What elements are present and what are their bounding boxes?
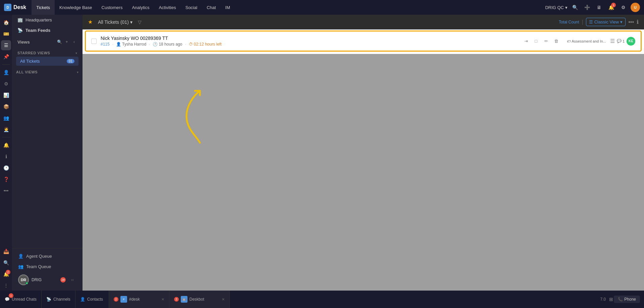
monitor-button[interactable]: 🖥 <box>594 3 604 12</box>
more-strip-icon[interactable]: ••• <box>1 186 11 196</box>
history-icon[interactable]: 🕐 <box>1 163 11 173</box>
bottom-tab-contacts[interactable]: 👤 Contacts <box>75 291 109 308</box>
settings-strip-icon[interactable]: ⚙ <box>1 79 11 89</box>
collapse-views-button[interactable]: ‹ <box>71 39 77 45</box>
contacts-icon[interactable]: 👤 <box>1 67 11 77</box>
hq-label: Headquarters <box>25 17 52 22</box>
starred-header[interactable]: STARRED VIEWS ▾ <box>15 50 80 56</box>
time-ago-text: 18 hours ago <box>159 42 182 47</box>
total-count-link[interactable]: Total Count <box>559 20 579 24</box>
unread-chats-label: Unread Chats <box>12 297 37 302</box>
strip-divider-2 <box>2 137 10 137</box>
sidebar-headquarters[interactable]: 🏢 Headquarters <box>12 15 83 25</box>
sidebar-collapse-button[interactable]: ‹‹ <box>68 276 76 284</box>
more-dots-icon[interactable]: ⋮ <box>1 281 11 291</box>
team-queue-item[interactable]: 👥 Team Queue <box>15 261 80 272</box>
nav-right-actions: DRIG QC ▾ 🔍 ➕ 🖥 🔔 1 ⚙ U <box>545 3 640 12</box>
products-icon[interactable]: 📦 <box>1 102 11 112</box>
grid-icon[interactable]: ⊞ <box>609 297 613 302</box>
team-queue-label: Team Queue <box>26 264 51 269</box>
ticket-row[interactable]: Nick Yasinsky WO 00289369 TT #115 · 👤 Ty… <box>85 31 641 51</box>
filter-icon[interactable]: ▽ <box>138 19 142 25</box>
add-button[interactable]: ➕ <box>582 3 592 12</box>
reports-icon[interactable]: 📊 <box>1 90 11 100</box>
nav-item-chat[interactable]: Chat <box>202 0 220 15</box>
sidebar-team-feeds[interactable]: 📡 Team Feeds <box>12 25 83 36</box>
nav-item-analytics[interactable]: Analytics <box>127 0 154 15</box>
views-header[interactable]: Views 🔍 + ‹ <box>15 38 80 46</box>
toolbar-separator: | <box>582 19 583 25</box>
toolbar-right: Total Count | ☰ Classic View ▾ ••• ℹ <box>559 18 639 26</box>
deskbot-close[interactable]: ✕ <box>222 297 225 302</box>
inbox-icon[interactable]: 📥 <box>1 246 11 256</box>
desk-chat-close[interactable]: ✕ <box>161 297 164 302</box>
notifications-strip-icon[interactable]: 🔔 2 <box>1 269 11 279</box>
all-views-header[interactable]: ALL VIEWS ▾ <box>12 69 83 75</box>
nav-item-knowledge-base[interactable]: Knowledge Base <box>55 0 97 15</box>
sidebar: 🏢 Headquarters 📡 Team Feeds Views 🔍 + ‹ … <box>12 15 83 291</box>
app-logo[interactable]: D Desk <box>4 4 26 11</box>
toolbar-info-button[interactable]: ℹ <box>637 19 639 25</box>
starred-label: STARRED VIEWS <box>17 51 75 55</box>
timer-icon: ⏱ <box>189 42 193 47</box>
time-left-text: 02:12 hours left <box>194 42 222 47</box>
nav-item-tickets[interactable]: Tickets <box>32 0 55 15</box>
assignee-initials: KE <box>629 39 633 43</box>
ticket-action-delete[interactable]: 🗑 <box>552 37 560 45</box>
add-view-button[interactable]: + <box>64 39 70 45</box>
tickets-icon[interactable]: 🎫 <box>1 29 11 39</box>
views-icon[interactable]: ☰ <box>1 40 11 50</box>
agent-queue-item[interactable]: 👤 Agent Queue <box>15 251 80 261</box>
nav-item-activities[interactable]: Activities <box>154 0 180 15</box>
sidebar-user-area[interactable]: DR DRIG 28 ‹‹ <box>15 272 80 288</box>
view-title: All Tickets (01) <box>98 19 129 25</box>
nav-item-im[interactable]: IM <box>221 0 235 15</box>
home-icon[interactable]: 🏠 <box>1 17 11 27</box>
sidebar-item-all-tickets[interactable]: All Tickets 01 <box>16 57 78 66</box>
bottom-chat-desk[interactable]: 2 # #desk ✕ <box>109 291 169 308</box>
notification-badge: 1 <box>611 3 616 7</box>
deskbot-label: Deskbot <box>190 297 204 302</box>
user-menu[interactable]: DRIG QC ▾ <box>545 5 568 10</box>
phone-button[interactable]: 📞 Phone <box>614 296 640 303</box>
ticket-checkbox[interactable] <box>91 39 97 44</box>
ticket-action-view[interactable]: □ <box>532 37 540 45</box>
views-actions: 🔍 + ‹ <box>56 39 77 45</box>
ticket-action-edit[interactable]: ✏ <box>542 37 550 45</box>
info-icon[interactable]: ℹ <box>1 151 11 162</box>
user-avatar[interactable]: U <box>631 3 640 12</box>
ticket-title: Nick Yasinsky WO 00289369 TT <box>101 36 518 41</box>
ticket-action-move[interactable]: ⇥ <box>522 37 530 45</box>
classic-view-label: Classic View <box>594 19 619 24</box>
search-button[interactable]: 🔍 <box>570 3 580 12</box>
agents-icon[interactable]: 🧑‍💼 <box>1 124 11 134</box>
team-feeds-label: Team Feeds <box>25 28 50 33</box>
unread-badge: 28 <box>60 277 66 283</box>
view-title-dropdown[interactable]: All Tickets (01) ▾ <box>95 18 135 26</box>
all-views-label: ALL VIEWS <box>16 70 77 74</box>
groups-icon[interactable]: 👥 <box>1 113 11 123</box>
alerts-icon[interactable]: 🔔 <box>1 140 11 150</box>
bottom-tab-unread-chats[interactable]: 💬 2 Unread Chats <box>0 291 42 308</box>
unread-chats-icon: 💬 <box>5 297 10 302</box>
deskbot-badge: 3 <box>174 297 179 302</box>
bottom-tab-channels[interactable]: 📡 Channels <box>42 291 75 308</box>
contacts-label: Contacts <box>87 297 103 302</box>
sidebar-views-section: Views 🔍 + ‹ <box>12 36 83 48</box>
nav-item-social[interactable]: Social <box>181 0 202 15</box>
help-icon[interactable]: ❓ <box>1 174 11 184</box>
bottom-chat-deskbot[interactable]: 3 🤖 Deskbot ✕ <box>169 291 230 308</box>
search-views-button[interactable]: 🔍 <box>56 39 62 45</box>
user-dropdown-chevron: ▾ <box>565 5 568 10</box>
pin-icon[interactable]: 📌 <box>1 52 11 62</box>
toolbar-more-button[interactable]: ••• <box>628 19 634 25</box>
nav-item-customers[interactable]: Customers <box>97 0 127 15</box>
notifications-button[interactable]: 🔔 1 <box>606 3 616 12</box>
search-strip-icon[interactable]: 🔍 <box>1 258 11 268</box>
content-area: ★ All Tickets (01) ▾ ▽ Total Count | ☰ C… <box>83 15 644 291</box>
settings-button[interactable]: ⚙ <box>619 3 628 12</box>
ticket-assignee: 👤 Tysha Harrod <box>116 42 146 47</box>
favorite-star-icon[interactable]: ★ <box>88 19 93 25</box>
classic-view-button[interactable]: ☰ Classic View ▾ <box>586 18 626 26</box>
channels-label: Channels <box>53 297 70 302</box>
